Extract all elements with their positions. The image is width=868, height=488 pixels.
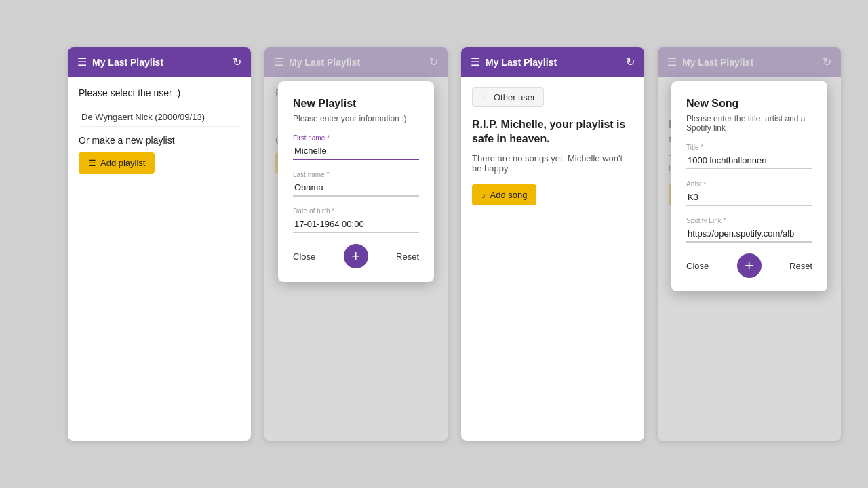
panel-2-overlay: New Playlist Please enter your informati… (264, 47, 448, 441)
firstname-label: First name * (293, 134, 419, 142)
music-icon-3: ♪ (481, 190, 486, 200)
lastname-input[interactable] (293, 180, 419, 197)
back-button-3[interactable]: ← Other user (472, 87, 544, 107)
modal-field-firstname: First name * (293, 134, 419, 160)
panel-3-header-left: ☰ My Last Playlist (471, 56, 557, 68)
artist-input[interactable] (686, 189, 812, 206)
firstname-input[interactable] (293, 143, 419, 160)
panel-4-overlay: New Song Please enter the title, artist … (658, 47, 841, 441)
lastname-label: Last name * (293, 171, 419, 178)
new-playlist-modal: New Playlist Please enter your informati… (278, 81, 434, 282)
make-new-playlist-label: Or make a new playlist (79, 135, 240, 146)
add-song-button-3[interactable]: ♪ Add song (472, 184, 536, 205)
panel-1-header: ☰ My Last Playlist ↻ (68, 47, 251, 77)
arrow-left-icon-3: ← (481, 92, 490, 102)
spotify-label: Spotify Link * (686, 217, 812, 224)
modal-close-button-4[interactable]: Close (686, 261, 709, 271)
modal-close-button-2[interactable]: Close (293, 251, 315, 262)
modal-field-lastname: Last name * (293, 171, 419, 197)
menu-icon: ☰ (77, 56, 87, 68)
select-user-label-1: Please select the user :) (79, 87, 240, 98)
list-icon: ☰ (88, 158, 96, 168)
panel-1-title: My Last Playlist (92, 57, 163, 68)
panel-1: ☰ My Last Playlist ↻ Please select the u… (68, 47, 251, 441)
modal-subtitle-2: Please enter your information :) (293, 114, 419, 123)
modal-field-artist: Artist * (686, 180, 812, 206)
modal-field-dob: Date of birth * (293, 207, 419, 233)
playlist-title-3: R.I.P. Michelle, your playlist is safe i… (472, 118, 633, 146)
panel-1-body: Please select the user :) De Wyngaert Ni… (68, 77, 251, 184)
panel-4: ☰ My Last Playlist ↻ ← Other user R.I.P.… (658, 47, 841, 441)
add-playlist-label: Add playlist (100, 158, 145, 168)
back-label-3: Other user (494, 92, 535, 102)
modal-add-button-4[interactable]: + (737, 253, 762, 278)
modal-subtitle-4: Please enter the title, artist and a Spo… (686, 114, 812, 133)
artist-label: Artist * (686, 180, 812, 188)
dob-input[interactable] (293, 216, 419, 233)
panel-3: ☰ My Last Playlist ↻ ← Other user R.I.P.… (461, 47, 644, 441)
add-song-label-3: Add song (490, 190, 528, 200)
modal-reset-button-2[interactable]: Reset (396, 251, 419, 262)
panel-3-title: My Last Playlist (486, 57, 557, 68)
no-songs-text-3: There are no songs yet. Michelle won't b… (472, 153, 633, 174)
modal-title-2: New Playlist (293, 98, 419, 110)
modal-title-4: New Song (686, 98, 812, 110)
dob-label: Date of birth * (293, 207, 419, 215)
panel-2: ☰ My Last Playlist ↻ Please select the u… (264, 47, 448, 441)
modal-actions-2: Close + Reset (293, 244, 419, 268)
song-title-input[interactable] (686, 152, 812, 169)
refresh-icon-1[interactable]: ↻ (233, 56, 241, 68)
modal-field-title: Title * (686, 144, 812, 169)
modal-actions-4: Close + Reset (686, 253, 812, 278)
song-title-label: Title * (686, 144, 812, 151)
modal-field-spotify: Spotify Link * (686, 217, 812, 243)
refresh-icon-3[interactable]: ↻ (626, 56, 635, 68)
spotify-input[interactable] (686, 226, 812, 243)
panel-1-header-left: ☰ My Last Playlist (77, 56, 163, 68)
modal-add-button-2[interactable]: + (344, 244, 368, 268)
panel-3-body: ← Other user R.I.P. Michelle, your playl… (461, 77, 644, 216)
menu-icon-3: ☰ (471, 56, 480, 68)
new-song-modal: New Song Please enter the title, artist … (671, 81, 827, 291)
modal-reset-button-4[interactable]: Reset (789, 261, 812, 271)
add-playlist-button[interactable]: ☰ Add playlist (79, 152, 155, 174)
panel-3-header: ☰ My Last Playlist ↻ (461, 47, 644, 77)
user-item-1[interactable]: De Wyngaert Nick (2000/09/13) (79, 108, 240, 127)
